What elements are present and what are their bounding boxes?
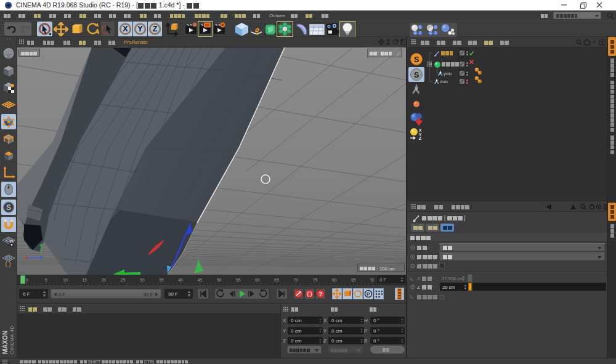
svg-text:50: 50 bbox=[217, 278, 222, 282]
svg-text:40: 40 bbox=[178, 278, 183, 282]
svg-text:S: S bbox=[6, 203, 11, 212]
svg-text:S: S bbox=[414, 55, 419, 64]
svg-text:O: O bbox=[419, 26, 421, 29]
svg-text:S: S bbox=[414, 70, 419, 79]
svg-text:P: P bbox=[367, 291, 370, 297]
svg-text:?: ? bbox=[319, 291, 323, 297]
svg-text:35: 35 bbox=[159, 278, 164, 282]
svg-text:10: 10 bbox=[63, 278, 68, 282]
svg-text:X: X bbox=[123, 25, 128, 33]
svg-text:80: 80 bbox=[332, 278, 337, 282]
svg-text:55: 55 bbox=[236, 278, 241, 282]
svg-text:60: 60 bbox=[255, 278, 260, 282]
svg-text:O: O bbox=[434, 31, 437, 34]
svg-text:30: 30 bbox=[140, 278, 145, 282]
svg-text:Z: Z bbox=[153, 25, 158, 33]
svg-text:25: 25 bbox=[121, 278, 126, 282]
svg-text:O: O bbox=[434, 26, 437, 29]
svg-text:( ): ( ) bbox=[5, 261, 10, 267]
svg-text:Y: Y bbox=[137, 25, 143, 33]
svg-text:70: 70 bbox=[293, 278, 298, 282]
svg-text:Z: Z bbox=[419, 136, 421, 140]
svg-text:75: 75 bbox=[313, 278, 318, 282]
svg-text:5: 5 bbox=[45, 278, 47, 282]
svg-text:( ): ( ) bbox=[307, 291, 312, 297]
svg-text:O: O bbox=[419, 31, 421, 34]
svg-text:45: 45 bbox=[197, 278, 202, 282]
svg-text:0: 0 bbox=[26, 278, 28, 282]
svg-text:20: 20 bbox=[101, 278, 106, 282]
svg-text:65: 65 bbox=[274, 278, 279, 282]
svg-text:15: 15 bbox=[82, 278, 87, 282]
svg-text:85: 85 bbox=[351, 278, 356, 282]
